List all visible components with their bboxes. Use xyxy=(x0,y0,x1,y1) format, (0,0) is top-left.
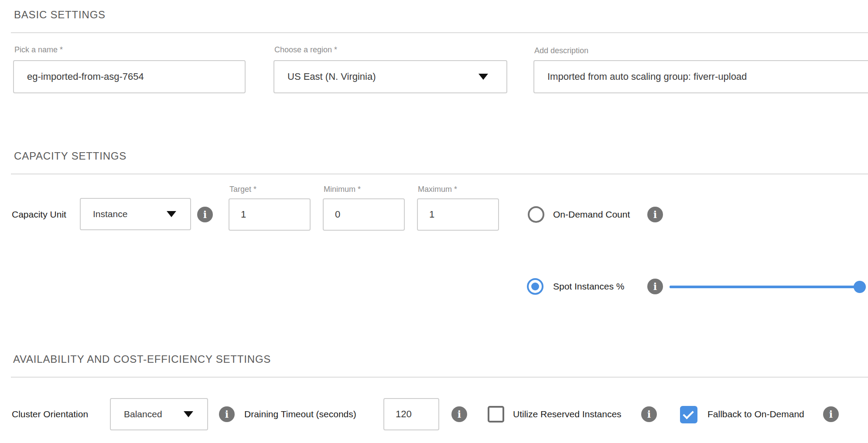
chevron-down-icon xyxy=(167,211,176,217)
target-field-label: Target * xyxy=(229,185,256,194)
name-field-label: Pick a name * xyxy=(14,45,63,55)
name-input-value: eg-imported-from-asg-7654 xyxy=(14,71,144,82)
draining-timeout-label: Draining Timeout (seconds) xyxy=(244,408,356,421)
section-divider xyxy=(11,174,868,174)
chevron-down-icon xyxy=(478,74,488,80)
description-input-value: Imported from auto scaling group: fiverr… xyxy=(534,71,747,82)
spot-percentage-slider[interactable] xyxy=(670,281,866,293)
spot-instances-info-icon[interactable]: i xyxy=(647,279,663,294)
capacity-unit-info-icon[interactable]: i xyxy=(197,207,213,222)
availability-settings-title: AVAILABILITY AND COST-EFFICIENCY SETTING… xyxy=(13,353,271,365)
cluster-orientation-select[interactable]: Balanced xyxy=(110,398,208,430)
on-demand-count-info-icon[interactable]: i xyxy=(647,207,663,222)
maximum-field-label: Maximum * xyxy=(418,185,457,194)
utilize-reserved-info-icon[interactable]: i xyxy=(641,406,657,422)
capacity-unit-select-value: Instance xyxy=(81,209,127,219)
region-select-value: US East (N. Virginia) xyxy=(274,71,376,82)
draining-timeout-info-icon[interactable]: i xyxy=(451,406,467,422)
basic-settings-title: BASIC SETTINGS xyxy=(14,9,106,21)
cluster-orientation-select-value: Balanced xyxy=(111,409,162,419)
minimum-input-value: 0 xyxy=(324,209,340,220)
cluster-orientation-label: Cluster Orientation xyxy=(12,408,88,421)
on-demand-count-label: On-Demand Count xyxy=(553,208,630,221)
maximum-input-value: 1 xyxy=(418,209,434,220)
name-input[interactable]: eg-imported-from-asg-7654 xyxy=(13,60,246,93)
minimum-input[interactable]: 0 xyxy=(323,198,405,231)
maximum-input[interactable]: 1 xyxy=(417,198,499,231)
check-icon xyxy=(683,408,694,419)
region-field-label: Choose a region * xyxy=(274,45,337,55)
target-input-value: 1 xyxy=(229,209,246,220)
radio-dot-icon xyxy=(531,283,539,290)
utilize-reserved-checkbox[interactable] xyxy=(488,406,504,423)
capacity-unit-select[interactable]: Instance xyxy=(80,198,191,230)
section-divider xyxy=(11,377,868,378)
target-input[interactable]: 1 xyxy=(229,198,311,231)
draining-timeout-input[interactable]: 120 xyxy=(383,398,439,430)
utilize-reserved-label: Utilize Reserved Instances xyxy=(513,408,622,421)
draining-timeout-input-value: 120 xyxy=(384,409,412,420)
region-select[interactable]: US East (N. Virginia) xyxy=(273,60,507,93)
fallback-on-demand-label: Fallback to On-Demand xyxy=(707,408,804,421)
spot-slider-handle[interactable] xyxy=(854,281,866,293)
capacity-settings-title: CAPACITY SETTINGS xyxy=(14,150,126,162)
on-demand-count-radio[interactable] xyxy=(528,206,544,223)
fallback-on-demand-info-icon[interactable]: i xyxy=(823,406,839,422)
spot-slider-fill xyxy=(670,286,866,288)
minimum-field-label: Minimum * xyxy=(324,185,361,194)
description-input[interactable]: Imported from auto scaling group: fiverr… xyxy=(533,60,868,93)
spot-instances-label: Spot Instances % xyxy=(553,280,624,293)
chevron-down-icon xyxy=(184,411,193,417)
spot-instances-radio[interactable] xyxy=(527,278,543,295)
cluster-orientation-info-icon[interactable]: i xyxy=(219,406,235,422)
fallback-on-demand-checkbox[interactable] xyxy=(680,406,697,423)
description-field-label: Add description xyxy=(534,46,588,55)
section-divider xyxy=(11,32,868,33)
capacity-unit-label: Capacity Unit xyxy=(12,208,66,221)
